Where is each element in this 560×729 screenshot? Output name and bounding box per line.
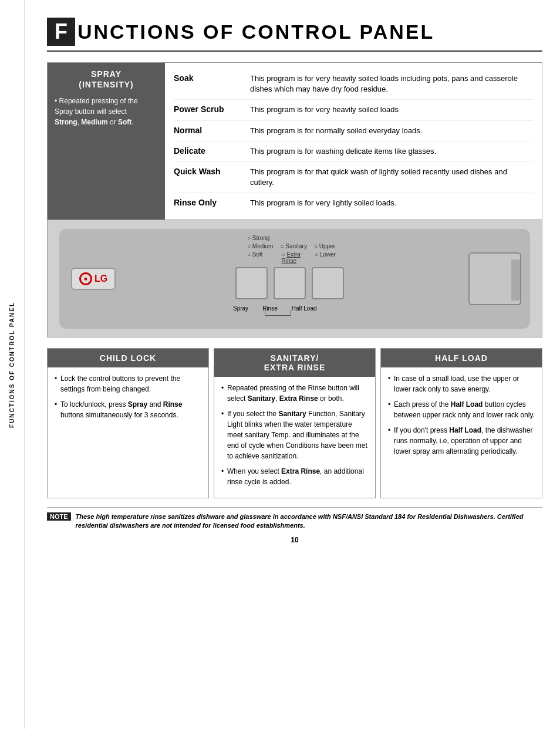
spray-header: SPRAY(INTENSITY) — [55, 69, 158, 90]
panel-diagram: ■ LG ○ Strong ○ Medium ○ Sanitary ○ Uppe… — [47, 220, 542, 338]
rinse-button-panel[interactable] — [274, 267, 306, 299]
half-load-col: HALF LOAD In case of a small load, use t… — [380, 348, 542, 498]
program-quick-wash: Quick Wash This program is for that quic… — [174, 162, 533, 193]
program-soak-name: Soak — [174, 73, 250, 83]
program-normal-desc: This program is for normally soiled ever… — [250, 126, 422, 136]
program-normal: Normal This program is for normally soil… — [174, 121, 533, 141]
program-rinse-only: Rinse Only This program is for very ligh… — [174, 193, 533, 213]
lg-logo-icon: ■ — [79, 272, 92, 285]
note-text: These high temperature rinse sanitizes d… — [76, 512, 542, 531]
child-lock-col: CHILD LOCK Lock the control buttons to p… — [47, 348, 209, 498]
half-load-body: In case of a small load, use the upper o… — [381, 367, 542, 467]
half-load-bullet-1: In case of a small load, use the upper o… — [388, 373, 535, 394]
indicator-extra-rinse: ○ ExtraRinse — [282, 251, 301, 264]
indicator-sanitary: ○ Sanitary — [280, 243, 307, 249]
program-power-scrub-desc: This program is for very heavily soiled … — [250, 104, 399, 115]
program-rinse-only-desc: This program is for very lightly soiled … — [250, 198, 396, 208]
child-lock-body: Lock the control buttons to prevent the … — [48, 367, 208, 431]
indicator-row-2: ○ Medium ○ Sanitary ○ Upper — [247, 243, 336, 249]
program-soak: Soak This program is for very heavily so… — [174, 69, 533, 100]
program-normal-name: Normal — [174, 126, 250, 135]
indicator-soft: ○ Soft — [247, 251, 263, 264]
sanitary-bullet-1: Repeated pressing of the Rinse button wi… — [221, 383, 368, 404]
left-column: FUNCTIONS OF CONTROL PANEL — [0, 0, 35, 729]
indicator-row-3: ○ Soft ○ ExtraRinse ○ Lower — [247, 251, 336, 264]
spray-intensity-box: SPRAY(INTENSITY) • Repeated pressing of … — [48, 63, 165, 220]
program-delicate: Delicate This program is for washing del… — [174, 141, 533, 162]
spray-content: • Repeated pressing of the Spray button … — [55, 96, 158, 127]
top-section: SPRAY(INTENSITY) • Repeated pressing of … — [47, 62, 542, 220]
sanitary-body: Repeated pressing of the Rinse button wi… — [214, 377, 375, 498]
half-load-label: Half Load — [292, 305, 317, 312]
program-delicate-desc: This program is for washing delicate ite… — [250, 146, 436, 157]
panel-buttons-group — [235, 267, 344, 299]
indicator-medium: ○ Medium — [247, 243, 273, 249]
indicator-upper: ○ Upper — [314, 243, 335, 249]
sanitary-col: SANITARY/EXTRA RINSE Repeated pressing o… — [214, 348, 376, 498]
spray-button-panel[interactable] — [235, 267, 268, 299]
connector-bracket — [265, 310, 291, 316]
child-lock-bullet-2: To lock/unlock, press Spray and Rinse bu… — [55, 399, 201, 420]
sanitary-bullet-3: When you select Extra Rinse, an addition… — [221, 466, 368, 487]
panel-right-element — [468, 252, 521, 305]
page-number: 10 — [47, 536, 542, 544]
main-content: F UNCTIONS OF CONTROL PANEL SPRAY(INTENS… — [35, 0, 560, 729]
lg-logo-text: LG — [95, 274, 107, 284]
title-letter: F — [47, 18, 75, 46]
page-title: F UNCTIONS OF CONTROL PANEL — [47, 18, 542, 52]
sanitary-bullet-2: If you select the Sanitary Function, San… — [221, 409, 368, 461]
spray-label: Spray — [233, 305, 248, 312]
note-section: NOTE These high temperature rinse saniti… — [47, 507, 542, 531]
note-label: NOTE — [47, 512, 71, 521]
program-quick-wash-name: Quick Wash — [174, 167, 250, 176]
sidebar-label-container: FUNCTIONS OF CONTROL PANEL — [0, 0, 25, 729]
program-power-scrub-name: Power Scrub — [174, 104, 250, 114]
half-load-button-panel[interactable] — [312, 267, 344, 299]
program-quick-wash-desc: This program is for that quick wash of l… — [250, 167, 533, 188]
indicator-lower: ○ Lower — [315, 251, 336, 264]
bottom-section: CHILD LOCK Lock the control buttons to p… — [47, 348, 542, 498]
program-rinse-only-name: Rinse Only — [174, 198, 250, 207]
half-load-bullet-3: If you don't press Half Load, the dishwa… — [388, 425, 535, 457]
program-delicate-name: Delicate — [174, 146, 250, 156]
half-load-header: HALF LOAD — [381, 349, 542, 367]
sanitary-header: SANITARY/EXTRA RINSE — [214, 349, 375, 377]
child-lock-bullet-1: Lock the control buttons to prevent the … — [55, 373, 201, 394]
sidebar-label: FUNCTIONS OF CONTROL PANEL — [9, 302, 15, 428]
child-lock-header: CHILD LOCK — [48, 349, 208, 367]
program-list: Soak This program is for very heavily so… — [165, 63, 542, 220]
program-power-scrub: Power Scrub This program is for very hea… — [174, 100, 533, 120]
panel-inner: ■ LG ○ Strong ○ Medium ○ Sanitary ○ Uppe… — [59, 229, 530, 329]
lg-logo: ■ LG — [71, 268, 116, 290]
panel-indicators: ○ Strong ○ Medium ○ Sanitary ○ Upper ○ S… — [247, 235, 336, 264]
title-text: UNCTIONS OF CONTROL PANEL — [77, 21, 434, 43]
program-soak-desc: This program is for very heavily soiled … — [250, 73, 533, 95]
half-load-bullet-2: Each press of the Half Load button cycle… — [388, 399, 535, 420]
indicator-strong: ○ Strong — [247, 235, 336, 241]
